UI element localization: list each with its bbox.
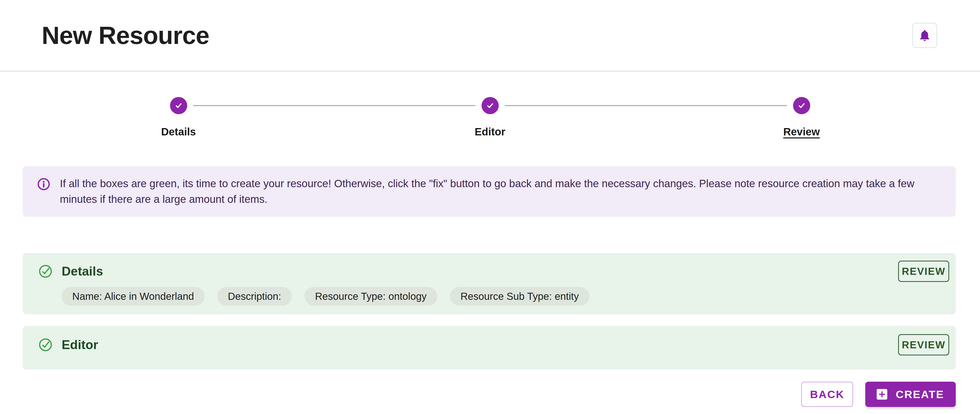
check-icon	[797, 100, 807, 111]
stepper-connector	[193, 105, 476, 106]
create-button[interactable]: CREATE	[865, 382, 956, 407]
step-editor-completed-circle	[482, 97, 499, 114]
add-box-icon	[875, 387, 889, 401]
step-review-label: Review	[783, 126, 820, 138]
details-review-panel: Details REVIEW Name: Alice in Wonderland…	[23, 253, 956, 314]
footer-actions: BACK CREATE	[0, 382, 980, 407]
check-circle-icon	[38, 264, 53, 279]
editor-review-panel: Editor REVIEW	[23, 326, 956, 369]
step-review[interactable]: Review	[646, 97, 957, 138]
step-details[interactable]: Details	[23, 97, 334, 138]
details-panel-title: Details	[62, 264, 103, 279]
check-icon	[173, 100, 184, 111]
check-circle-icon	[38, 337, 53, 352]
step-editor-label: Editor	[475, 126, 505, 138]
editor-panel-header: Editor REVIEW	[38, 334, 949, 355]
step-review-completed-circle	[793, 97, 810, 114]
stepper-connector	[505, 105, 787, 106]
info-banner: If all the boxes are green, its time to …	[23, 166, 956, 217]
step-editor[interactable]: Editor	[334, 97, 646, 138]
check-icon	[485, 100, 495, 111]
notifications-button[interactable]	[912, 23, 937, 48]
info-icon	[37, 177, 51, 191]
back-button[interactable]: BACK	[801, 382, 853, 407]
stepper: Details Editor Review	[0, 97, 980, 138]
details-panel-header: Details REVIEW	[38, 261, 949, 282]
step-details-completed-circle	[170, 97, 187, 114]
chip-name: Name: Alice in Wonderland	[62, 287, 205, 306]
chip-resource-sub-type: Resource Sub Type: entity	[450, 287, 589, 306]
details-review-button[interactable]: REVIEW	[898, 261, 949, 282]
details-chips: Name: Alice in Wonderland Description: R…	[62, 287, 949, 306]
page-title: New Resource	[42, 21, 209, 50]
chip-resource-type: Resource Type: ontology	[304, 287, 438, 306]
editor-panel-title: Editor	[62, 338, 98, 352]
page-header: New Resource	[0, 0, 980, 72]
editor-review-button[interactable]: REVIEW	[898, 334, 949, 355]
bell-icon	[918, 29, 931, 42]
create-button-label: CREATE	[896, 388, 944, 401]
step-details-label: Details	[161, 126, 196, 138]
info-banner-text: If all the boxes are green, its time to …	[60, 176, 943, 207]
chip-description: Description:	[217, 287, 292, 306]
